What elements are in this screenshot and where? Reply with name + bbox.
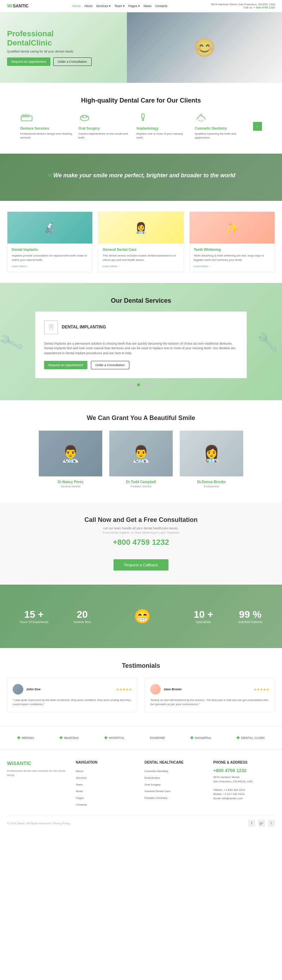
nav-logo: Wi SANTIC <box>7 3 29 8</box>
stat-patients: 99 % Satisfied Patients <box>238 609 263 624</box>
footer-bottom: © 2015 Santic. All Rights Reserved. Priv… <box>7 815 275 827</box>
svg-point-6 <box>86 116 87 117</box>
nav-about[interactable]: About <box>84 4 93 8</box>
cta-phone[interactable]: +800 4759 1232 <box>7 538 275 547</box>
service-card-buttons: Request an Appointment Order a Consultat… <box>44 361 238 369</box>
logos-section: ✚ MEDINA ✚ MedClinic ✚ HOSPITAL DIAMOND … <box>0 726 282 749</box>
logo-brand: SANTIC <box>13 3 29 8</box>
footer-nav-contacts[interactable]: Contacts <box>76 803 87 806</box>
hero-buttons: Request an Appointment Order a Consultat… <box>7 57 92 66</box>
footer-nav-services[interactable]: Services <box>76 776 87 780</box>
service-oral-title: Oral Surgery <box>79 127 131 130</box>
footer-dental-pediatric[interactable]: Pediatric Dentistry <box>145 796 167 800</box>
footer-nav-about[interactable]: About <box>76 770 83 773</box>
cta-callback-button[interactable]: Request a Callback <box>113 559 168 571</box>
team-section: We Can Grant You A Beautiful Smile 👨‍⚕️ … <box>0 400 282 502</box>
footer-grid: WiSANTIC Professional dental care servic… <box>7 760 275 808</box>
team-member-2: 👨‍⚕️ Dr.Todd Campbell Pediatric Dentist <box>109 431 173 488</box>
cta-section: Call Now and Get a Free Consultation Let… <box>0 502 282 585</box>
service-card: 🦷 DENTAL IMPLANTING Dental implants are … <box>35 312 247 379</box>
dot-3[interactable] <box>137 383 140 386</box>
footer-dental-col: DENTAL HEALTHCARE Cosmetic Dentistry End… <box>145 760 206 808</box>
team-role-3: Endodontist <box>180 485 243 488</box>
footer-phone[interactable]: +800 4759 1232 <box>213 768 275 773</box>
quality-services: Denture Services Professional denture de… <box>7 113 275 140</box>
footer-phone-title: PHONE & ADDRESS <box>213 760 275 764</box>
dot-5[interactable] <box>147 383 150 386</box>
dot-6[interactable] <box>152 383 155 386</box>
dot-4[interactable] <box>142 383 145 386</box>
footer-nav-news[interactable]: News <box>76 790 83 793</box>
stats-section: 15 + Years Of Experience 20 Awards Won 😁… <box>0 585 282 648</box>
nav-team[interactable]: Team ▾ <box>114 4 125 8</box>
service-consultation-button[interactable]: Order a Consultation <box>91 361 129 369</box>
service-card-desc: Dental implants are a permanent solution… <box>44 342 238 356</box>
card-whitening-image: ✨ <box>190 212 275 243</box>
service-card-header: 🦷 DENTAL IMPLANTING <box>44 320 238 337</box>
card-whitening-link[interactable]: Learn More › <box>194 265 270 268</box>
nav-news[interactable]: News <box>143 4 151 8</box>
card-dental-image: 🔬 <box>7 212 92 243</box>
testimonial-1-author: John Doe <box>13 684 41 695</box>
nav-home[interactable]: Home <box>72 4 81 8</box>
services-next-button[interactable]: › <box>253 122 262 131</box>
cta-title: Call Now and Get a Free Consultation <box>7 516 275 523</box>
service-implant: Implantology Replace one or more of your… <box>137 113 190 140</box>
footer-brand-col: WiSANTIC Professional dental care servic… <box>7 760 69 808</box>
card-dental-desc: Implants provide a foundation for replac… <box>12 254 88 261</box>
card-dental-link[interactable]: Learn More › <box>12 265 88 268</box>
dot-1[interactable] <box>127 383 130 386</box>
dot-2[interactable] <box>132 383 135 386</box>
card-general-link[interactable]: Learn More › <box>103 265 179 268</box>
denture-icon <box>21 113 35 124</box>
cta-sub2: Let our team handle all your dental heal… <box>7 527 275 530</box>
service-oral: Oral Surgery Correct imperfections on th… <box>79 113 131 140</box>
service-cosmetic-desc: Qualified improving the teeth and appear… <box>195 132 248 140</box>
testimonial-1: John Doe ★★★★★ "I was quite impressed by… <box>7 678 137 712</box>
cards-grid: 🔬 Dental Implants Implants provide a fou… <box>7 212 275 272</box>
footer-nav-pages[interactable]: Pages <box>76 796 84 800</box>
author-name-1: John Doe <box>26 687 41 691</box>
card-general-title: General Dental Care <box>103 248 179 251</box>
team-name-3: Dr.Donna Brooks <box>180 480 243 484</box>
request-appointment-button[interactable]: Request an Appointment <box>7 57 50 66</box>
footer-dental-general[interactable]: General Dental Care <box>145 790 170 793</box>
testimonial-1-header: John Doe ★★★★★ <box>13 684 132 695</box>
team-role-1: General Dentist <box>39 485 102 488</box>
card-general-desc: This dental service includes routine den… <box>103 254 179 261</box>
nav-services[interactable]: Services ▾ <box>96 4 111 8</box>
footer-dental-cosmetic[interactable]: Cosmetic Dentistry <box>145 770 168 773</box>
social-google[interactable]: g+ <box>258 820 265 827</box>
hero-image: 😊 <box>127 12 282 83</box>
logo-wi: Wi <box>7 3 12 8</box>
card-whitening-title: Teeth Whitening <box>194 248 270 251</box>
service-denture-desc: Professional denture design and cleaning… <box>21 132 73 140</box>
social-twitter[interactable]: t <box>268 820 275 827</box>
stars-1: ★★★★★ <box>116 687 132 691</box>
logo-dentalplus: ✚ DentalPlus <box>190 735 212 740</box>
testimonials-section: Testimonials John Doe ★★★★★ "I was quite… <box>0 648 282 726</box>
logo-diamond: DIAMOND <box>150 736 165 740</box>
logo-medina: ✚ MEDINA <box>17 735 35 740</box>
banner-quote: We make your smile more perfect, brighte… <box>7 171 275 183</box>
card-dental-body: Dental Implants Implants provide a found… <box>7 243 92 272</box>
quality-section: High-quality Dental Care for Our Clients… <box>0 83 282 154</box>
social-facebook[interactable]: f <box>248 820 255 827</box>
order-consultation-button[interactable]: Order a Consultation <box>53 57 92 66</box>
testimonial-text-2: "Dearly so well administered by the Doct… <box>150 698 269 706</box>
stat-awards-label: Awards Won <box>73 620 91 624</box>
nav-address: 3674 Harrison Street, San Francisco, 941… <box>211 3 275 6</box>
nav-phone[interactable]: + 800 4759 1232 <box>254 6 275 9</box>
service-implant-title: Implantology <box>137 127 190 130</box>
footer-dental-oral[interactable]: Oral Surgery <box>145 783 160 786</box>
chevron-right-icon-2: › <box>118 265 119 268</box>
footer-nav-team[interactable]: Team <box>76 783 83 786</box>
footer-dental-endo[interactable]: Endodontics <box>145 776 160 780</box>
nav-contacts[interactable]: Contacts <box>155 4 167 8</box>
service-request-button[interactable]: Request an Appointment <box>44 361 88 369</box>
footer-nav-list: About Services Team News Pages Contacts <box>76 768 137 807</box>
dental-services-title: Our Dental Services <box>7 297 275 304</box>
nav-pages[interactable]: Pages ▾ <box>128 4 140 8</box>
stats-image: 😁 <box>116 599 169 634</box>
hero-subtitle: Qualified dental caring for all your den… <box>7 50 92 53</box>
